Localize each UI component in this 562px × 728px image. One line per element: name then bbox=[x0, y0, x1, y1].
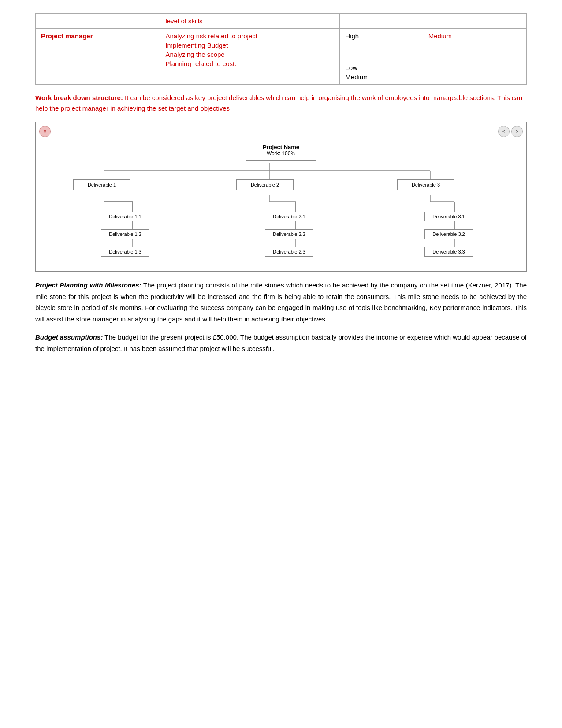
deliverable-2: Deliverable 2 bbox=[236, 179, 294, 190]
deliverable-3: Deliverable 3 bbox=[397, 179, 454, 190]
wbs-nav-controls: < > bbox=[498, 126, 523, 137]
wbs-root-node: Project Name Work: 100% bbox=[246, 140, 316, 161]
project-planning-paragraph: Project Planning with Milestones: The pr… bbox=[35, 280, 527, 325]
priority-cell-empty bbox=[423, 14, 526, 29]
budget-paragraph: Budget assumptions: The budget for the p… bbox=[35, 332, 527, 354]
nav-right-button[interactable]: > bbox=[511, 126, 523, 137]
deliverable-2-1: Deliverable 2.1 bbox=[265, 212, 313, 221]
role-table: level of skills Project manager Analyzin… bbox=[35, 13, 527, 85]
budget-text: The budget for the present project is £5… bbox=[35, 333, 527, 352]
root-work: Work: 100% bbox=[255, 150, 307, 157]
root-name: Project Name bbox=[255, 144, 307, 150]
wbs-diagram: × < > Project Name Work: 100% Deliverabl… bbox=[35, 122, 527, 272]
level-cell-pm: High Low Medium bbox=[340, 29, 423, 85]
deliverable-2-2: Deliverable 2.2 bbox=[265, 229, 313, 239]
priority-value: Medium bbox=[428, 32, 452, 40]
level-medium-inline: Medium bbox=[345, 73, 417, 81]
tasks-cell-skills: level of skills bbox=[160, 14, 340, 29]
deliverable-3-3: Deliverable 3.3 bbox=[424, 247, 473, 257]
table-row-skills: level of skills bbox=[36, 14, 527, 29]
budget-label: Budget assumptions: bbox=[35, 333, 103, 341]
deliverable-3-1: Deliverable 3.1 bbox=[424, 212, 473, 221]
role-cell-pm: Project manager bbox=[36, 29, 160, 85]
deliverable-1: Deliverable 1 bbox=[73, 179, 130, 190]
deliverable-1-2: Deliverable 1.2 bbox=[101, 229, 149, 239]
wbs-label: Work break down structure: bbox=[35, 94, 123, 101]
deliverable-3-2: Deliverable 3.2 bbox=[424, 229, 473, 239]
task-item-1: Analyzing risk related to project bbox=[165, 32, 334, 40]
role-cell-empty bbox=[36, 14, 160, 29]
nav-left-button[interactable]: < bbox=[498, 126, 510, 137]
deliverable-2-3: Deliverable 2.3 bbox=[265, 247, 313, 257]
priority-cell-pm: Medium bbox=[423, 29, 526, 85]
deliverable-1-3: Deliverable 1.3 bbox=[101, 247, 149, 257]
level-low: Low bbox=[345, 64, 417, 71]
project-planning-label: Project Planning with Milestones: bbox=[35, 281, 141, 289]
table-row-pm: Project manager Analyzing risk related t… bbox=[36, 29, 527, 85]
level-cell-empty bbox=[340, 14, 423, 29]
level-high: High bbox=[345, 32, 417, 40]
task-item-3: Analyzing the scope bbox=[165, 51, 334, 58]
task-label: level of skills bbox=[165, 17, 202, 25]
close-button[interactable]: × bbox=[39, 126, 51, 137]
tasks-cell-pm: Analyzing risk related to project Implem… bbox=[160, 29, 340, 85]
wbs-top-controls: × bbox=[39, 126, 51, 137]
task-item-4: Planning related to cost. bbox=[165, 60, 334, 67]
deliverable-1-1: Deliverable 1.1 bbox=[101, 212, 149, 221]
wbs-paragraph: Work break down structure: It can be con… bbox=[35, 93, 527, 114]
task-item-2: Implementing Budget bbox=[165, 41, 334, 49]
